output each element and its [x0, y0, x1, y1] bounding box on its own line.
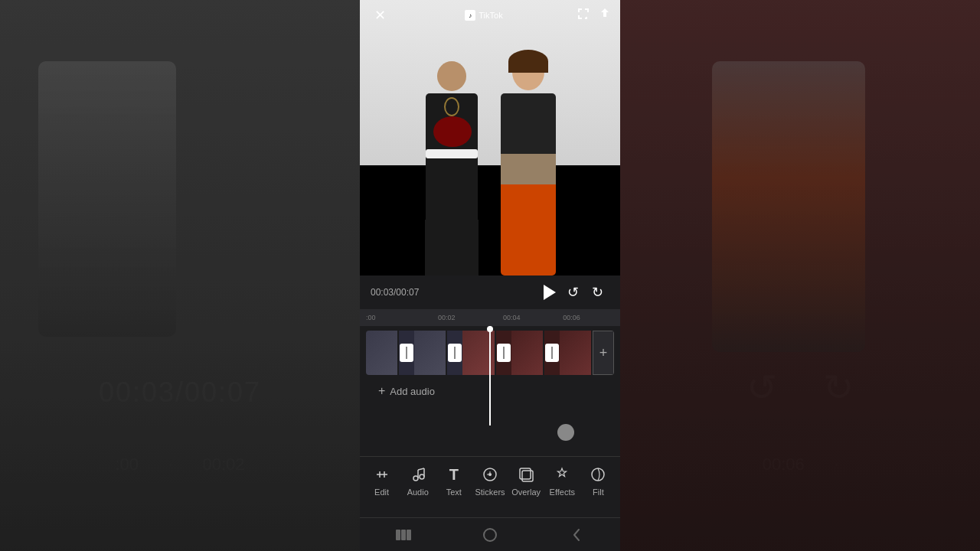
add-segment-button[interactable]: +	[593, 331, 614, 375]
add-audio-label: Add audio	[390, 386, 435, 397]
svg-rect-11	[522, 471, 533, 481]
toolbar-text[interactable]: T Text	[438, 465, 470, 497]
ruler-mark-3: 00:06	[563, 314, 580, 321]
frame-thumb-4	[511, 331, 543, 375]
ruler-mark-1: 00:02	[438, 314, 456, 321]
frame-segment-3-highlight	[462, 331, 495, 375]
person-left	[417, 61, 486, 276]
play-button[interactable]	[536, 280, 560, 305]
close-button[interactable]: ✕	[369, 5, 390, 26]
filter-icon	[590, 465, 606, 484]
svg-rect-15	[407, 530, 411, 540]
person-right-pants	[501, 184, 556, 276]
svg-rect-14	[401, 530, 406, 540]
fullscreen-button[interactable]	[577, 8, 590, 23]
add-audio-plus-icon: +	[378, 384, 385, 398]
person-left-body	[426, 93, 478, 220]
svg-rect-13	[396, 530, 400, 540]
toolbar-stickers[interactable]: Stickers	[474, 465, 506, 497]
toolbar-filter[interactable]: Filt	[582, 465, 614, 497]
person-right-body	[501, 93, 556, 184]
filter-label: Filt	[593, 487, 604, 497]
timeline-area[interactable]: + + Add audio	[360, 326, 620, 456]
cut-marker-2	[447, 331, 462, 375]
timeline-ruler: :00 00:02 00:04 00:06	[360, 309, 620, 326]
background-right-panel: ↺ ↻ 00:06 •	[620, 0, 980, 551]
video-top-right	[577, 8, 611, 23]
text-label: Text	[446, 487, 462, 497]
cut-marker-4	[544, 331, 560, 375]
toolbar-edit[interactable]: Edit	[366, 465, 398, 497]
toolbar-overlay[interactable]: Overlay	[510, 465, 542, 497]
frame-thumb-5	[560, 331, 591, 375]
nav-home-button[interactable]	[475, 520, 505, 550]
scrubber-dot[interactable]	[557, 424, 574, 441]
toolbar-audio[interactable]: Audio	[402, 465, 434, 497]
person-left-head	[437, 61, 466, 91]
shirt-detail	[433, 116, 472, 147]
belt-detail	[426, 149, 478, 158]
share-button[interactable]	[599, 8, 611, 23]
frame-thumb-2	[414, 331, 446, 375]
tiktok-label: TikTok	[479, 11, 502, 20]
ruler-mark-0: :00	[366, 314, 376, 321]
frame-segment-5	[560, 331, 593, 375]
frame-thumb-1	[366, 331, 397, 375]
playhead-line	[489, 331, 491, 375]
svg-rect-10	[520, 468, 531, 479]
audio-label: Audio	[407, 487, 429, 497]
bottom-toolbar: Edit Audio T Text	[360, 456, 620, 517]
add-audio-button[interactable]: + Add audio	[368, 380, 612, 403]
text-icon: T	[449, 465, 459, 484]
video-top-bar: ✕ ♪ TikTok	[360, 0, 620, 31]
edit-icon	[374, 465, 390, 484]
play-icon	[544, 285, 556, 300]
toolbar-effects[interactable]: Effects	[546, 465, 578, 497]
playback-controls: 00:03/00:07 ↺ ↻	[360, 276, 620, 309]
audio-icon	[410, 465, 426, 484]
effects-icon	[554, 465, 570, 484]
background-left-panel: 00:03/00:07 :00 • 00:02	[0, 0, 360, 551]
tiktok-logo: ♪ TikTok	[465, 10, 502, 21]
nav-back-button[interactable]	[561, 520, 592, 550]
frame-segment-4	[511, 331, 544, 375]
video-track[interactable]: +	[366, 331, 614, 375]
tiktok-icon: ♪	[465, 10, 475, 21]
video-content-people	[360, 0, 620, 276]
person-right	[494, 54, 563, 276]
overlay-label: Overlay	[511, 487, 541, 497]
ruler-mark-2: 00:04	[503, 314, 521, 321]
svg-line-7	[418, 468, 424, 470]
home-circle-icon	[483, 528, 497, 542]
svg-point-4	[420, 474, 424, 479]
navigation-bar	[360, 517, 620, 551]
svg-point-3	[413, 476, 418, 481]
main-panel: ✕ ♪ TikTok 00:03/00:07	[360, 0, 620, 551]
edit-label: Edit	[374, 487, 389, 497]
redo-button[interactable]: ↻	[585, 280, 609, 305]
cut-marker-1	[399, 331, 414, 375]
nav-menu-button[interactable]	[388, 520, 419, 550]
cut-marker-3	[496, 331, 511, 375]
stickers-icon	[482, 465, 498, 484]
svg-point-12	[592, 468, 604, 481]
video-preview: ✕ ♪ TikTok	[360, 0, 620, 276]
effects-label: Effects	[550, 487, 575, 497]
crop-top-detail	[501, 154, 556, 184]
frame-segment-1	[366, 331, 399, 375]
svg-point-9	[488, 473, 492, 476]
undo-button[interactable]: ↺	[560, 280, 585, 305]
stickers-label: Stickers	[475, 487, 505, 497]
overlay-icon	[518, 465, 534, 484]
timestamp-display: 00:03/00:07	[371, 287, 536, 298]
person-left-pants	[425, 220, 479, 276]
hair-detail	[508, 50, 548, 73]
frame-segment-2	[414, 331, 447, 375]
